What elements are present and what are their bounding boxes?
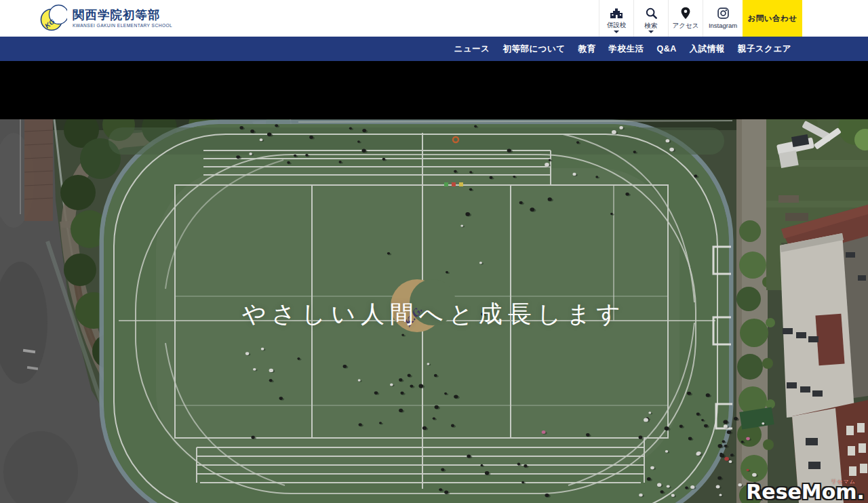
header-spacer bbox=[802, 0, 868, 37]
aerial-field-illustration: K.G. bbox=[0, 119, 868, 503]
contact-button[interactable]: お問い合わせ bbox=[743, 0, 802, 37]
access-link[interactable]: アクセス bbox=[668, 0, 703, 37]
nav-item-about[interactable]: 初等部について bbox=[502, 43, 565, 55]
affiliated-schools-menu[interactable]: 併設校 bbox=[599, 0, 633, 37]
chevron-down-icon bbox=[614, 31, 619, 33]
crescent-moon-logo-icon: KG bbox=[39, 1, 67, 35]
nav-item-news[interactable]: ニュース bbox=[454, 43, 490, 55]
nav-item-parent-child-square[interactable]: 親子スクエア bbox=[738, 43, 791, 55]
resemom-watermark: リセマム ReseMom. bbox=[746, 482, 865, 502]
site-logo[interactable]: KG 関西学院初等部 KWANSEI GAKUIN ELEMENTARY SCH… bbox=[0, 0, 172, 37]
nav-item-education[interactable]: 教育 bbox=[578, 43, 596, 55]
instagram-icon bbox=[717, 7, 730, 20]
hero-letterbox-band bbox=[0, 61, 868, 119]
site-header: KG 関西学院初等部 KWANSEI GAKUIN ELEMENTARY SCH… bbox=[0, 0, 868, 37]
hero-aerial-photo: K.G. bbox=[0, 119, 868, 503]
map-pin-icon bbox=[680, 7, 691, 20]
school-name-en: KWANSEI GAKUIN ELEMENTARY SCHOOL bbox=[73, 23, 172, 28]
nav-item-qa[interactable]: Q&A bbox=[657, 44, 677, 54]
nav-item-school-life[interactable]: 学校生活 bbox=[609, 43, 644, 55]
watermark-ruby: リセマム bbox=[831, 479, 856, 485]
instagram-link[interactable]: Instagram bbox=[703, 0, 743, 37]
search-icon bbox=[645, 7, 658, 20]
nav-item-admissions[interactable]: 入試情報 bbox=[690, 43, 725, 55]
global-nav: ニュース 初等部について 教育 学校生活 Q&A 入試情報 親子スクエア bbox=[0, 37, 868, 61]
search-button[interactable]: 検索 bbox=[633, 0, 668, 37]
school-building-icon bbox=[610, 7, 623, 19]
school-name: 関西学院初等部 bbox=[73, 9, 172, 22]
chevron-down-icon bbox=[648, 31, 654, 33]
header-utilities: 併設校 検索 アクセス Instagram お問 bbox=[599, 0, 802, 37]
